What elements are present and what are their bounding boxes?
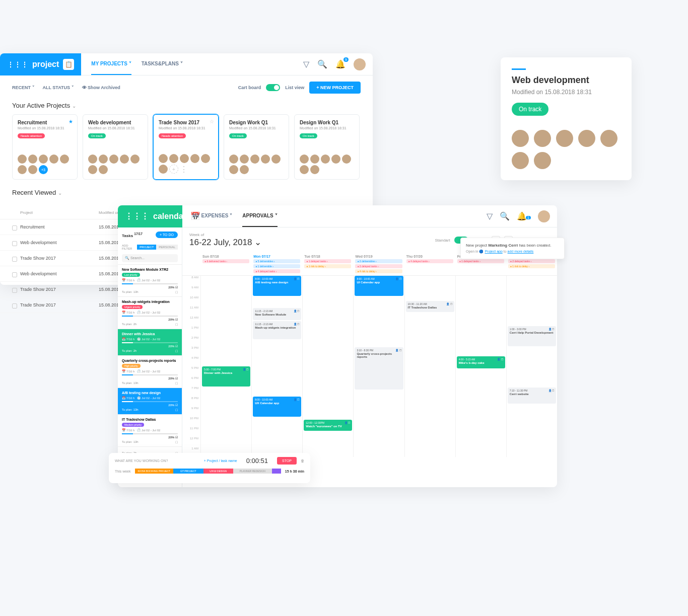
- filter-status[interactable]: ALL STATUS ˅: [43, 85, 74, 90]
- avatar[interactable]: [28, 165, 37, 174]
- add-filter[interactable]: ADD FILTER: [122, 244, 137, 250]
- task-card[interactable]: Dinner with Jessica📅 7/16 h 🕐 Jul 02 - J…: [118, 329, 182, 355]
- project-brand[interactable]: ⋮⋮⋮ project 📋: [0, 53, 81, 75]
- filter-icon[interactable]: ▽: [303, 59, 309, 69]
- grid-columns[interactable]: 5:00 - 7:00 PM 👤 ☐Dinner with Jessica8:0…: [200, 276, 557, 457]
- project-card[interactable]: Design Work Q1Modified on 15.08.2018 18:…: [294, 114, 360, 180]
- avatar[interactable]: [271, 155, 281, 164]
- calendar-event[interactable]: 8:00 - 10:00 AM 👤 ☐UI Calendar app: [355, 276, 403, 296]
- search-icon[interactable]: 🔍: [317, 59, 327, 69]
- avatar[interactable]: [512, 130, 529, 147]
- avatar[interactable]: [88, 155, 97, 164]
- avatar[interactable]: [310, 165, 319, 174]
- calendar-event[interactable]: 3:10 - 8:30 PM 👤 ☐Quarterly cross-projec…: [355, 347, 403, 390]
- calendar-event[interactable]: 11:15 - 2:13 AM 👤 ☐New Software Module: [253, 308, 301, 320]
- avatar[interactable]: [190, 154, 199, 163]
- tab-my-projects[interactable]: MY PROJECTS ˅: [91, 53, 131, 75]
- timer-segment[interactable]: UX/UI DESIGN: [203, 469, 233, 474]
- avatar[interactable]: [49, 155, 58, 164]
- status-chip[interactable]: ● 2 deliverables ›: [355, 259, 402, 263]
- more-avatars[interactable]: +3: [39, 165, 48, 174]
- task-card[interactable]: Quarterly cross-projects reportsHigh pri…: [118, 355, 182, 388]
- avatar[interactable]: [331, 155, 340, 164]
- avatar[interactable]: [18, 155, 27, 164]
- calendar-brand[interactable]: ⋮⋮⋮ calendar 📅: [118, 205, 182, 227]
- star-icon[interactable]: ☆: [210, 119, 214, 124]
- day-column-header[interactable]: Thu 07/20● 4 delayed tasks ›: [404, 253, 455, 275]
- task-card[interactable]: New Software Module XTR2Low priority📅 7/…: [118, 264, 182, 296]
- user-avatar[interactable]: [354, 58, 366, 70]
- avatar[interactable]: [300, 165, 309, 174]
- column-header[interactable]: Project: [12, 210, 99, 215]
- avatar[interactable]: [300, 155, 309, 164]
- avatar[interactable]: [534, 152, 551, 169]
- avatar[interactable]: [229, 155, 238, 164]
- timer-input[interactable]: + Project / task name: [204, 459, 237, 463]
- notification-toast[interactable]: New project Marketing Cerri has been cre…: [460, 238, 565, 259]
- avatar[interactable]: [342, 155, 351, 164]
- week-title[interactable]: 16-22 July, 2018 ⌄: [189, 237, 261, 248]
- project-card[interactable]: ☆Trade Show 2017Modified on 15.08.2018 1…: [153, 114, 219, 180]
- calendar-event[interactable]: 11:15 - 2:13 AM 👤 ☐Mash-up widgets integ…: [253, 321, 301, 339]
- avatar[interactable]: [180, 154, 189, 163]
- delete-icon[interactable]: 🗑: [301, 459, 304, 463]
- avatar[interactable]: [321, 155, 330, 164]
- day-column[interactable]: 4:00 - 5:15 AM 👤 ☐Mike's b-day cake: [455, 276, 506, 457]
- apps-icon[interactable]: ⋮⋮⋮: [125, 211, 149, 221]
- status-chip[interactable]: ● 1 deliverable ›: [253, 264, 300, 268]
- day-column[interactable]: 8:00 - 10:00 AM 👤 ☐A/B testing new desig…: [251, 276, 302, 457]
- apps-icon[interactable]: ⋮⋮⋮: [7, 60, 28, 68]
- show-archived[interactable]: 👁 Show Archived: [82, 85, 120, 90]
- day-column-header[interactable]: Mon 07/17● 5 deliverables ›● 1 deliverab…: [251, 253, 302, 275]
- filter-recent[interactable]: RECENT ˅: [12, 85, 35, 90]
- project-card[interactable]: ★RecruitmentModified on 15.08.2018 18:31…: [12, 114, 78, 180]
- timer-segment[interactable]: PLANNER REDESIGN: [233, 469, 272, 474]
- avatar[interactable]: [250, 155, 259, 164]
- avatar[interactable]: [600, 130, 617, 147]
- bell-icon[interactable]: 🔔: [335, 59, 346, 69]
- avatar[interactable]: [88, 165, 97, 174]
- task-card[interactable]: Mash-up widgets integrationUrgent priori…: [118, 296, 182, 329]
- calendar-event[interactable]: 8:00 - 10:00 AM 👤 ☐A/B testing new desig…: [253, 276, 301, 296]
- calendar-event[interactable]: 12:00 - 12:30PM 👤 ☐Watch "euronews" on T…: [304, 420, 352, 431]
- day-column[interactable]: 10:30 - 11:20 AM 👤 ☐IT Tradeshow Dallas: [404, 276, 455, 457]
- avatar[interactable]: [130, 155, 140, 164]
- avatar[interactable]: [229, 165, 238, 174]
- tab-approvals[interactable]: APPROVALS ˅: [242, 205, 277, 227]
- user-avatar[interactable]: [538, 210, 550, 222]
- task-card[interactable]: IT Tradeshow DallasMedium priority📅 7/16…: [118, 414, 182, 446]
- filter-icon[interactable]: ▽: [487, 211, 493, 221]
- view-toggle[interactable]: [266, 84, 280, 91]
- status-chip[interactable]: ● 4 risk to delay ›: [355, 269, 402, 273]
- avatar[interactable]: [120, 155, 129, 164]
- calendar-event[interactable]: 5:00 - 7:00 PM 👤 ☐Dinner with Jessica: [202, 366, 250, 387]
- avatar[interactable]: [169, 154, 178, 163]
- avatar[interactable]: [240, 155, 249, 164]
- calendar-event[interactable]: 1:00 - 3:00 PM 👤 ☐Cerri Help Portal Deve…: [508, 326, 556, 346]
- avatar[interactable]: [60, 155, 69, 164]
- tab-expenses[interactable]: MY EXPENSES ˅: [192, 205, 232, 227]
- star-icon[interactable]: ★: [68, 119, 73, 124]
- day-column[interactable]: 12:00 - 12:30PM 👤 ☐Watch "euronews" on T…: [302, 276, 353, 457]
- project-card[interactable]: Web developmentModified on 15.08.2018 18…: [83, 114, 148, 180]
- status-chip[interactable]: ● 1 delayed tasks ›: [304, 259, 351, 263]
- task-card[interactable]: A/B testing new design📅 7/16 h 🕐 Jul 02 …: [118, 388, 182, 414]
- avatar[interactable]: [512, 152, 529, 169]
- status-chip[interactable]: ● 2 delayed tasks ›: [355, 264, 402, 268]
- search-input[interactable]: 🔍 Search...: [122, 254, 178, 262]
- avatar[interactable]: [39, 155, 48, 164]
- calendar-event[interactable]: 10:30 - 11:20 AM 👤 ☐IT Tradeshow Dallas: [406, 301, 454, 312]
- avatar[interactable]: [159, 154, 168, 163]
- status-chip[interactable]: ● 2 delayed tasks ›: [508, 259, 555, 263]
- day-column[interactable]: 8:00 - 10:00 AM 👤 ☐UI Calendar app3:10 -…: [353, 276, 404, 457]
- status-chip[interactable]: ● 6 delivered tasks ›: [202, 259, 249, 263]
- timer-segment[interactable]: [272, 469, 281, 474]
- bell-icon[interactable]: 🔔: [517, 211, 531, 221]
- status-chip[interactable]: ● 1 risk to delay ›: [508, 264, 555, 268]
- avatar[interactable]: [109, 155, 118, 164]
- timer-segment[interactable]: KIOSK BOOKING PROJECT: [135, 469, 174, 474]
- day-column-header[interactable]: Tue 07/18● 1 delayed tasks ›● 1 risk to …: [302, 253, 353, 275]
- status-chip[interactable]: ● 1 delayed tasks ›: [457, 259, 504, 263]
- status-chip[interactable]: ● 4 delayed tasks ›: [406, 259, 453, 263]
- search-icon[interactable]: 🔍: [500, 211, 510, 221]
